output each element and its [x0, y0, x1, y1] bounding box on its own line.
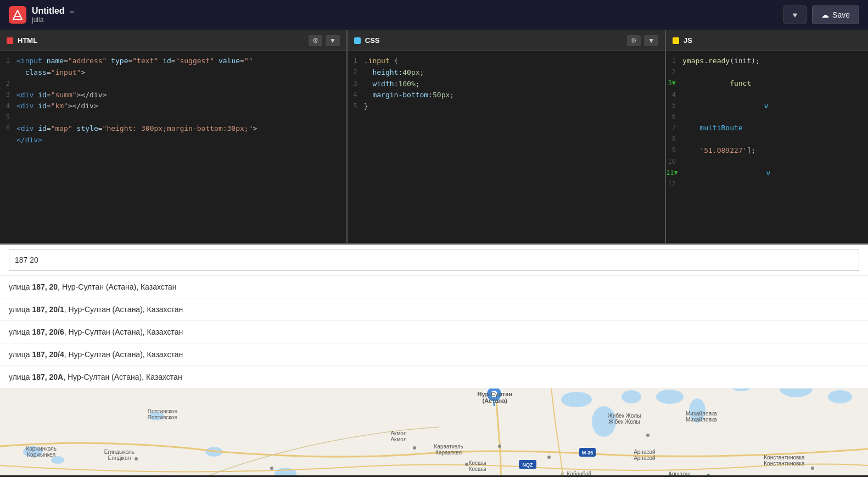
html-settings-button[interactable]: ⚙	[309, 35, 322, 46]
suggestion-bold: 187, 20/1	[32, 305, 64, 314]
code-line: 10	[666, 157, 868, 168]
heart-icon: ♥	[793, 10, 797, 19]
css-controls: ⚙ ▼	[627, 35, 658, 46]
code-line: 1 .input {	[348, 56, 665, 67]
css-settings-button[interactable]: ⚙	[627, 35, 641, 46]
html-code-area[interactable]: 1 <input name="address" type="text" id="…	[0, 51, 346, 243]
map-label-akmol: АкмолАкмол	[390, 430, 406, 442]
code-line: 4 margin-bottom:50px;	[348, 90, 665, 101]
search-bar	[0, 245, 868, 276]
map-label-karaatkel: КарааткельКарааткел	[434, 443, 463, 456]
map-label-kabanbay: с. КабанбайБатыраКабанбай батыр	[556, 471, 597, 475]
suggestion-item-4[interactable]: улица 187, 20/4, Нур-Султан (Астана), Ка…	[0, 343, 868, 366]
code-line: 2	[0, 79, 346, 90]
map-background: M-36 NQZ	[0, 389, 868, 475]
map-label-mikhaylovka: МихайловкаМихайловка	[686, 411, 717, 423]
js-panel-header: JS	[666, 30, 868, 51]
suggestion-item-3[interactable]: улица 187, 20/6, Нур-Султан (Астана), Ка…	[0, 321, 868, 343]
heart-button[interactable]: ♥	[783, 5, 807, 24]
map-label-poltavskoe: ПолтавскоеПолтавское	[148, 408, 177, 420]
css-collapse-button[interactable]: ▼	[644, 35, 658, 46]
suggestion-bold: 187, 20	[32, 282, 58, 291]
suggestion-item-2[interactable]: улица 187, 20/1, Нур-Султан (Астана), Ка…	[0, 298, 868, 321]
code-line: 3▼ funct	[666, 78, 868, 90]
editor-area: HTML ⚙ ▼ 1 <input name="address" type="t…	[0, 30, 868, 245]
top-bar-right: ♥ ☁ Save	[783, 5, 859, 24]
map-label-nursultan: Нур-Султан(Астана)	[478, 391, 512, 404]
code-line: 3 <div id="summ"></div>	[0, 90, 346, 101]
code-line: 6 <div id="map" style="height: 300px;mar…	[0, 123, 346, 135]
map-svg: M-36 NQZ	[0, 389, 868, 475]
css-dot	[354, 37, 361, 44]
svg-point-11	[656, 390, 684, 404]
svg-text:M-36: M-36	[582, 450, 593, 456]
js-panel: JS 1 ymaps.ready(init); 2 3▼ funct 4	[666, 30, 868, 243]
html-label: HTML	[18, 36, 37, 45]
map-label-kosshy: КосшыКосшы	[469, 460, 486, 472]
code-line: 3 width:100%;	[348, 79, 665, 90]
map-label-konstantinovka: КонстантиновкаКонстантиновка	[764, 454, 804, 467]
save-label: Save	[832, 10, 850, 19]
map-label-zhibek: Жибек ЖолыЖібек Жолы	[608, 413, 641, 425]
code-line: 4	[666, 90, 868, 101]
html-panel-title: HTML	[7, 36, 37, 45]
save-button[interactable]: ☁ Save	[812, 5, 859, 24]
css-label: CSS	[365, 36, 380, 45]
map-label-korzhinkol: КоржинкольКоржынкел	[26, 446, 57, 458]
svg-point-15	[828, 390, 852, 403]
svg-point-25	[413, 446, 416, 450]
html-controls: ⚙ ▼	[309, 35, 340, 46]
svg-point-26	[465, 463, 468, 466]
code-line: 5	[0, 112, 346, 123]
code-line: 12	[666, 179, 868, 190]
svg-rect-2	[0, 389, 868, 475]
suggestion-bold: 187, 20/6	[32, 328, 64, 336]
svg-point-10	[621, 390, 641, 403]
css-panel: CSS ⚙ ▼ 1 .input { 2 height:40px; 3 widt…	[348, 30, 666, 243]
svg-point-28	[547, 456, 551, 459]
suggestion-item-5[interactable]: улица 187, 20А, Нур-Султан (Астана), Каз…	[0, 366, 868, 389]
css-panel-title: CSS	[354, 36, 380, 45]
code-line: 5 v	[666, 101, 868, 112]
code-line: 2 height:40px;	[348, 67, 665, 79]
map-label-arnasay: АрнасайАрнасай	[634, 449, 655, 461]
css-code-area[interactable]: 1 .input { 2 height:40px; 3 width:100%; …	[348, 51, 665, 243]
cloud-icon: ☁	[821, 10, 829, 19]
code-line: 2	[666, 67, 868, 78]
code-line: class="input">	[0, 67, 346, 79]
code-line: 9 '51.089227'];	[666, 145, 868, 157]
edit-icon[interactable]: ✏	[70, 7, 75, 15]
code-line: 1 <input name="address" type="text" id="…	[0, 56, 346, 67]
js-panel-title: JS	[673, 36, 692, 45]
address-search-input[interactable]	[9, 249, 859, 271]
code-line: 1 ymaps.ready(init);	[666, 56, 868, 67]
preview-area: улица 187, 20, Нур-Султан (Астана), Каза…	[0, 245, 868, 475]
svg-point-23	[135, 457, 138, 461]
code-line: 6	[666, 112, 868, 123]
map-container[interactable]: M-36 NQZ	[0, 389, 868, 475]
suggestion-bold: 187, 20/4	[32, 350, 64, 359]
code-line: 8	[666, 134, 868, 145]
top-bar-left: Untitled ✏ julia	[9, 6, 75, 24]
code-line: 7 multiRoute	[666, 123, 868, 134]
css-panel-header: CSS ⚙ ▼	[348, 30, 665, 51]
suggestions-list: улица 187, 20, Нур-Султан (Астана), Каза…	[0, 276, 868, 389]
map-label-egindykol: ЕгиндыкольЕгіндікол	[104, 449, 135, 461]
code-line: 4 <div id="km"></div>	[0, 101, 346, 112]
project-subtitle: julia	[32, 16, 75, 24]
html-collapse-button[interactable]: ▼	[326, 35, 340, 46]
title-block: Untitled ✏ julia	[32, 6, 75, 24]
suggestion-item-1[interactable]: улица 187, 20, Нур-Султан (Астана), Каза…	[0, 276, 868, 298]
code-line: 11▼ v	[666, 168, 868, 179]
js-label: JS	[684, 36, 692, 45]
map-label-arshaly: АршалыАршалы	[668, 471, 690, 475]
top-bar: Untitled ✏ julia ♥ ☁ Save	[0, 0, 868, 30]
logo-icon	[9, 6, 26, 24]
html-panel-header: HTML ⚙ ▼	[0, 30, 346, 51]
project-title: Untitled	[32, 6, 65, 16]
svg-point-29	[646, 434, 649, 437]
svg-text:NQZ: NQZ	[523, 462, 534, 468]
suggestion-bold: 187, 20А	[32, 373, 63, 381]
js-code-area[interactable]: 1 ymaps.ready(init); 2 3▼ funct 4 5 v	[666, 51, 868, 243]
html-panel: HTML ⚙ ▼ 1 <input name="address" type="t…	[0, 30, 348, 243]
